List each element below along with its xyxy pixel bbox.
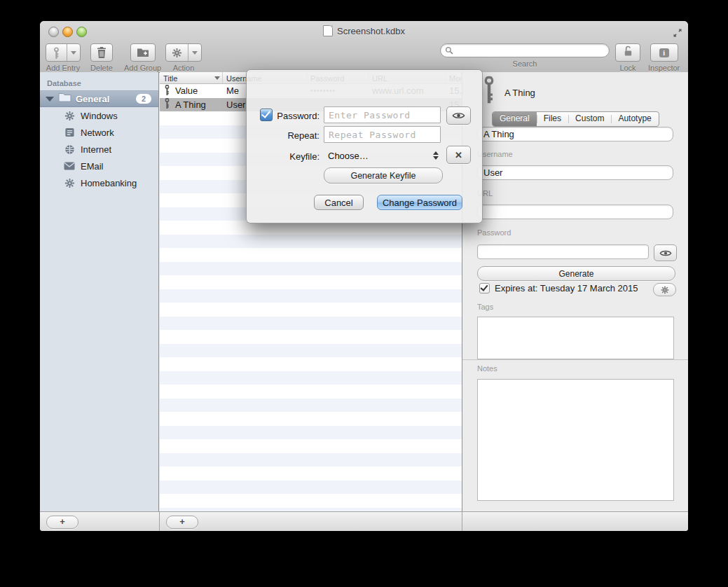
tab-files[interactable]: Files bbox=[537, 112, 568, 126]
sidebar-item-internet[interactable]: Internet bbox=[40, 141, 158, 158]
window-title: Screenshot.kdbx bbox=[337, 26, 405, 36]
padlock-open-icon bbox=[623, 46, 633, 60]
cell-text: Value bbox=[175, 85, 198, 96]
table-row-empty bbox=[160, 330, 462, 344]
gear-icon bbox=[63, 111, 76, 121]
title-container: Screenshot.kdbx bbox=[40, 21, 688, 41]
password-label: Password bbox=[477, 228, 511, 237]
desktop-background: Screenshot.kdbx Add Entry bbox=[0, 0, 728, 587]
notes-label: Notes bbox=[477, 364, 497, 373]
key-icon bbox=[481, 76, 497, 106]
username-field[interactable] bbox=[477, 165, 673, 180]
delete-button[interactable] bbox=[90, 43, 113, 62]
add-group-label: Add Group bbox=[124, 64, 161, 72]
tab-autotype[interactable]: Autotype bbox=[611, 112, 658, 126]
cell-text: Me bbox=[226, 85, 239, 96]
table-row-empty bbox=[160, 467, 462, 481]
add-entry-footer-button[interactable]: + bbox=[166, 516, 198, 529]
delete-label: Delete bbox=[90, 64, 113, 72]
add-entry-button[interactable] bbox=[46, 43, 81, 62]
document-icon bbox=[323, 25, 333, 36]
table-row-empty bbox=[160, 453, 462, 467]
table-row-empty bbox=[160, 344, 462, 358]
lock-button[interactable] bbox=[615, 43, 640, 62]
change-password-popover: Password: Repeat: Keyfile: Choose… ✕ Gen… bbox=[246, 69, 483, 223]
tab-general[interactable]: General bbox=[493, 112, 537, 126]
sidebar-item-windows[interactable]: Windows bbox=[40, 107, 158, 124]
sidebar-item-label: EMail bbox=[81, 161, 104, 172]
tags-textarea[interactable] bbox=[477, 317, 674, 359]
add-group-button[interactable] bbox=[130, 43, 156, 62]
inspector-tabs: GeneralFilesCustomAutotype bbox=[492, 111, 659, 127]
table-row-empty bbox=[160, 262, 462, 276]
tags-label: Tags bbox=[477, 303, 493, 311]
add-entry-dropdown[interactable] bbox=[67, 44, 80, 61]
inspector-panel: A Thing GeneralFilesCustomAutotype Usern… bbox=[462, 72, 688, 511]
lock-group: Lock bbox=[615, 43, 640, 72]
folder-plus-icon bbox=[131, 44, 155, 61]
title-field[interactable] bbox=[477, 127, 673, 141]
sidebar-item-label: Network bbox=[81, 127, 114, 138]
key-icon bbox=[46, 44, 67, 61]
inspector-button[interactable]: i bbox=[650, 43, 678, 62]
sidebar-item-label: Homebanking bbox=[81, 178, 137, 188]
keyfile-select[interactable]: Choose… bbox=[328, 148, 441, 163]
show-password-button[interactable] bbox=[446, 106, 471, 125]
expires-checkbox[interactable] bbox=[479, 283, 490, 294]
popover-repeat-label: Repeat: bbox=[247, 130, 320, 141]
search-label: Search bbox=[513, 60, 537, 68]
table-row-empty bbox=[160, 371, 462, 385]
sidebar: Database General 2 WindowsNetworkInterne… bbox=[40, 72, 159, 511]
notes-textarea[interactable] bbox=[477, 379, 674, 501]
sidebar-item-network[interactable]: Network bbox=[40, 124, 158, 141]
fullscreen-icon[interactable] bbox=[672, 27, 683, 39]
sidebar-item-email[interactable]: EMail bbox=[40, 158, 158, 174]
tab-custom[interactable]: Custom bbox=[568, 112, 611, 126]
change-password-button[interactable]: Change Password bbox=[377, 195, 462, 210]
add-group-footer-button[interactable]: + bbox=[46, 516, 78, 529]
section-divider bbox=[462, 359, 688, 360]
table-row-empty bbox=[160, 385, 462, 399]
clear-keyfile-button[interactable]: ✕ bbox=[446, 146, 471, 164]
info-icon: i bbox=[659, 48, 669, 57]
generate-password-button[interactable]: Generate bbox=[477, 266, 675, 281]
column-header-title[interactable]: Title bbox=[160, 72, 223, 83]
divider bbox=[159, 512, 160, 531]
table-row-empty bbox=[160, 426, 462, 440]
cancel-button[interactable]: Cancel bbox=[314, 195, 364, 210]
window-header: Screenshot.kdbx Add Entry bbox=[40, 21, 688, 73]
sidebar-group-general[interactable]: General 2 bbox=[40, 90, 158, 107]
gear-icon bbox=[661, 286, 669, 294]
action-dropdown[interactable] bbox=[188, 44, 201, 61]
reveal-password-button[interactable] bbox=[654, 244, 677, 261]
popover-keyfile-label: Keyfile: bbox=[247, 151, 320, 162]
entry-title: A Thing bbox=[504, 88, 535, 98]
table-row-empty bbox=[160, 399, 462, 413]
delete-group: Delete bbox=[90, 43, 113, 72]
search-input[interactable] bbox=[456, 45, 605, 56]
action-button[interactable] bbox=[165, 43, 202, 62]
search-field[interactable] bbox=[440, 43, 610, 57]
titlebar[interactable]: Screenshot.kdbx bbox=[40, 21, 688, 41]
disclosure-triangle-icon[interactable] bbox=[46, 97, 54, 102]
cell-text: A Thing bbox=[175, 99, 206, 110]
search-icon bbox=[445, 46, 453, 55]
table-row-empty bbox=[160, 494, 462, 508]
eye-icon bbox=[659, 249, 672, 257]
action-label: Action bbox=[173, 64, 195, 72]
repeat-password-input[interactable] bbox=[324, 126, 441, 143]
enter-password-input[interactable] bbox=[324, 106, 441, 123]
expires-options-button[interactable] bbox=[653, 283, 676, 296]
bottom-bar: + + bbox=[40, 511, 688, 531]
sidebar-item-homebanking[interactable]: Homebanking bbox=[40, 174, 158, 191]
key-icon bbox=[163, 85, 171, 97]
gear-icon bbox=[63, 178, 76, 188]
stepper-icon bbox=[433, 151, 439, 160]
sort-indicator-icon bbox=[214, 76, 220, 80]
url-field[interactable] bbox=[477, 205, 673, 219]
close-icon: ✕ bbox=[455, 150, 462, 160]
table-row-empty bbox=[160, 235, 462, 249]
password-field[interactable] bbox=[477, 244, 649, 259]
generate-keyfile-button[interactable]: Generate Keyfile bbox=[324, 167, 443, 184]
table-row-empty bbox=[160, 303, 462, 317]
